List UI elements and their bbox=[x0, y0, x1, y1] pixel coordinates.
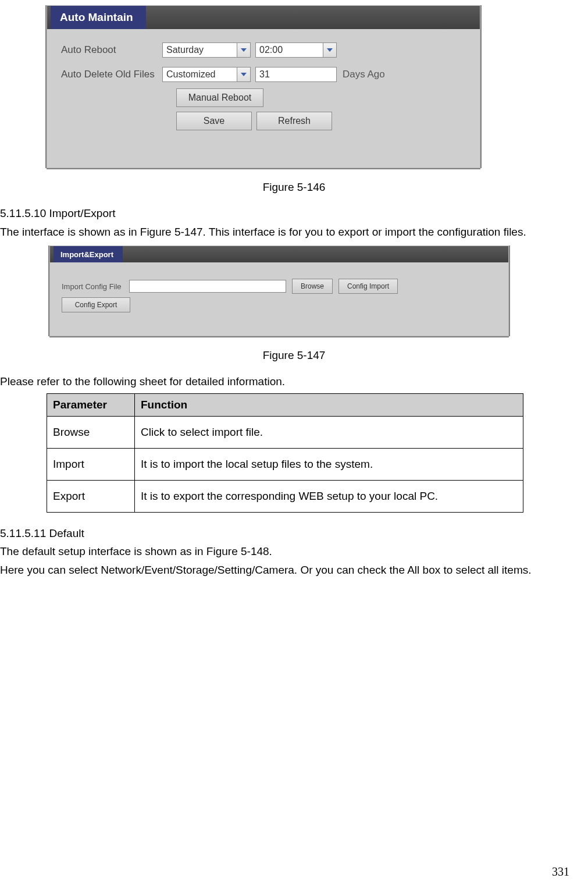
table-header-function: Function bbox=[135, 393, 523, 416]
auto-delete-mode-select[interactable]: Customized bbox=[162, 67, 251, 82]
auto-delete-label: Auto Delete Old Files bbox=[61, 69, 162, 80]
save-button[interactable]: Save bbox=[176, 112, 252, 130]
auto-reboot-time-value: 02:00 bbox=[259, 45, 283, 55]
table-row: Import It is to import the local setup f… bbox=[47, 448, 523, 480]
import-export-panel: Import&Export Import Config File Browse … bbox=[49, 246, 509, 336]
auto-reboot-time-select[interactable]: 02:00 bbox=[255, 42, 337, 58]
auto-reboot-label: Auto Reboot bbox=[61, 44, 162, 56]
parameter-table: Parameter Function Browse Click to selec… bbox=[47, 393, 523, 513]
section-5-11-5-11-text-line1: The default setup interface is shown as … bbox=[0, 543, 588, 560]
table-cell: Export bbox=[47, 480, 135, 512]
table-cell: Import bbox=[47, 448, 135, 480]
chevron-down-icon bbox=[237, 43, 250, 57]
section-5-11-5-11-text-line2: Here you can select Network/Event/Storag… bbox=[0, 562, 588, 578]
chevron-down-icon bbox=[237, 67, 250, 81]
auto-delete-mode-value: Customized bbox=[166, 69, 215, 80]
auto-delete-days-value: 31 bbox=[259, 69, 270, 80]
figure-5-147-caption: Figure 5-147 bbox=[0, 349, 588, 362]
import-export-tab: Import&Export bbox=[54, 246, 123, 262]
table-header-parameter: Parameter bbox=[47, 393, 135, 416]
browse-button[interactable]: Browse bbox=[292, 279, 333, 294]
section-5-11-5-10-heading: 5.11.5.10 Import/Export bbox=[0, 205, 588, 222]
auto-maintain-titlebar: Auto Maintain bbox=[47, 6, 480, 29]
import-export-titlebar: Import&Export bbox=[50, 246, 508, 262]
table-intro-text: Please refer to the following sheet for … bbox=[0, 374, 588, 390]
import-config-file-label: Import Config File bbox=[62, 282, 129, 291]
table-cell: Click to select import file. bbox=[135, 416, 523, 448]
import-config-file-input[interactable] bbox=[129, 280, 286, 293]
auto-maintain-tab: Auto Maintain bbox=[51, 6, 146, 29]
days-ago-label: Days Ago bbox=[343, 69, 385, 80]
config-export-button[interactable]: Config Export bbox=[62, 297, 130, 312]
table-cell: Browse bbox=[47, 416, 135, 448]
figure-5-146-caption: Figure 5-146 bbox=[0, 181, 588, 194]
auto-delete-days-input[interactable]: 31 bbox=[255, 67, 337, 82]
table-row: Browse Click to select import file. bbox=[47, 416, 523, 448]
auto-maintain-panel: Auto Maintain Auto Reboot Saturday 02:00 bbox=[47, 5, 480, 168]
table-cell: It is to import the local setup files to… bbox=[135, 448, 523, 480]
section-5-11-5-10-text: The interface is shown as in Figure 5-14… bbox=[0, 224, 588, 240]
manual-reboot-button[interactable]: Manual Reboot bbox=[176, 88, 263, 107]
table-row: Export It is to export the corresponding… bbox=[47, 480, 523, 512]
refresh-button[interactable]: Refresh bbox=[256, 112, 332, 130]
chevron-down-icon bbox=[323, 43, 336, 57]
auto-reboot-day-select[interactable]: Saturday bbox=[162, 42, 251, 58]
section-5-11-5-11-heading: 5.11.5.11 Default bbox=[0, 525, 588, 542]
table-cell: It is to export the corresponding WEB se… bbox=[135, 480, 523, 512]
auto-reboot-day-value: Saturday bbox=[166, 45, 204, 55]
page-number: 331 bbox=[552, 865, 569, 879]
config-import-button[interactable]: Config Import bbox=[338, 279, 398, 294]
